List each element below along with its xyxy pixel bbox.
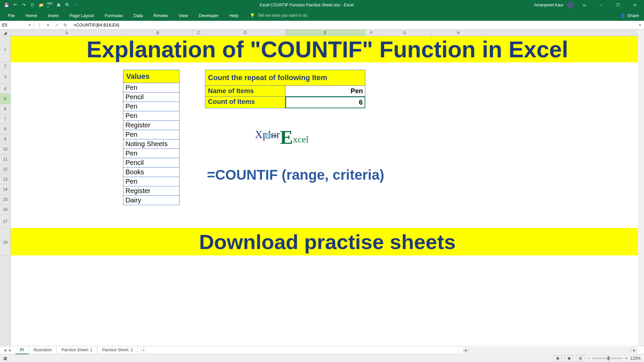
close-icon[interactable]: ✕ (628, 0, 641, 10)
row-header-8[interactable]: 8 (0, 124, 10, 134)
prev-sheet-icon[interactable]: ◀ (3, 348, 7, 352)
count-of-items-label: Count of Items (205, 97, 285, 108)
next-sheet-icon[interactable]: ▶ (8, 348, 13, 352)
quick-print-icon[interactable]: 🖶 (56, 2, 62, 8)
save-icon[interactable]: 💾 (3, 2, 9, 8)
values-table: Values PenPencilPenPenRegisterPenNoting … (123, 70, 179, 205)
vertical-scrollbar[interactable] (638, 29, 644, 346)
row-header-2[interactable]: 2 (0, 62, 10, 70)
enter-icon[interactable]: ✓ (53, 22, 60, 28)
formula-syntax: =COUNTIF (range, criteria) (207, 167, 384, 183)
fx-icon[interactable]: fx (62, 23, 69, 27)
name-box[interactable]: E5 ▼ (0, 21, 34, 29)
download-banner: Download practise sheets (11, 228, 644, 255)
minimize-icon[interactable]: ─ (594, 0, 608, 10)
ribbon: FileHomeInsertPage LayoutFormulasDataRev… (0, 10, 644, 21)
options-icon[interactable]: ⋮ (36, 22, 43, 28)
print-preview-icon[interactable]: 🔍 (64, 2, 70, 8)
status-bar: ▦ ▦ ▣ ▥ − + 110% (0, 354, 644, 362)
tab-page-layout[interactable]: Page Layout (64, 10, 99, 21)
user-avatar[interactable] (567, 1, 574, 9)
chevron-down-icon: ▼ (28, 23, 31, 27)
new-icon[interactable]: 🗋 (30, 2, 36, 8)
row-header-7[interactable]: 7 (0, 114, 10, 124)
tab-formulas[interactable]: Formulas (100, 10, 128, 21)
col-header-B[interactable]: B (123, 29, 193, 36)
sheet-tab-illustration[interactable]: Illustration (29, 346, 57, 354)
col-header-C[interactable]: C (193, 29, 205, 36)
formula-input[interactable]: =COUNTIF(B4:B16,E4) (71, 22, 636, 27)
tab-help[interactable]: Help (224, 10, 244, 21)
sheet-tabs-bar: ◀ ▶ FIIllustrationParctice Sheet- 1Parct… (0, 346, 644, 354)
row-header-10[interactable]: 10 (0, 144, 10, 154)
cells[interactable]: Explanation of "COUNTIF" Function in Exc… (11, 36, 644, 346)
name-of-items-value: Pen (285, 86, 365, 97)
scroll-right-icon[interactable]: ▶ (631, 348, 637, 353)
row-header-18[interactable]: 18 (0, 229, 10, 256)
tab-developer[interactable]: Developer (194, 10, 223, 21)
select-all-cell[interactable]: ◢ (0, 29, 11, 36)
values-cell: Pen (123, 130, 179, 139)
tell-me[interactable]: 💡 Tell me what you want to do (250, 13, 307, 18)
row-header-9[interactable]: 9 (0, 134, 10, 144)
values-cell: Dairy (123, 196, 179, 205)
open-icon[interactable]: 📂 (38, 2, 44, 8)
share-icon: 👤 (620, 13, 626, 18)
horizontal-scrollbar[interactable]: ⋮ ◀ ▶ (456, 348, 637, 353)
row-header-3[interactable]: 3 (0, 70, 10, 84)
row-header-1[interactable]: 1 (0, 36, 10, 62)
row-header-14[interactable]: 14 (0, 184, 10, 194)
row-header-11[interactable]: 11 (0, 154, 10, 164)
sheet-tab-fi[interactable]: FI (15, 346, 29, 354)
col-header-E[interactable]: E (285, 29, 365, 36)
row-header-6[interactable]: 6 (0, 104, 10, 114)
row-header-17[interactable]: 17 (0, 215, 10, 229)
tab-view[interactable]: View (173, 10, 193, 21)
zoom-level[interactable]: 110% (630, 356, 641, 361)
row-header-4[interactable]: 4 (0, 84, 10, 94)
document-title: Excel COUNTIF Function Parctice Sheet.xl… (79, 3, 534, 7)
ribbon-options-icon[interactable]: ▭ (578, 0, 591, 10)
count-header: Count the repeat of following Item (205, 70, 365, 86)
row-header-13[interactable]: 13 (0, 174, 10, 184)
undo-icon[interactable]: ↶ (12, 2, 18, 8)
page-layout-icon[interactable]: ▣ (565, 355, 573, 361)
zoom-slider[interactable] (592, 358, 623, 359)
col-header-A[interactable]: A (11, 29, 123, 36)
spelling-icon[interactable]: ABC✓ (47, 2, 53, 8)
tab-home[interactable]: Home (20, 10, 42, 21)
expand-formula-icon[interactable]: ▼ (636, 23, 644, 27)
zoom-in-icon[interactable]: + (625, 356, 628, 361)
count-of-items-value[interactable]: 6 (285, 97, 365, 108)
ribbon-tabs: FileHomeInsertPage LayoutFormulasDataRev… (0, 10, 243, 21)
zoom-out-icon[interactable]: − (587, 356, 590, 361)
column-headers: ◢ ABCDEFGH (0, 29, 644, 36)
scroll-left-icon[interactable]: ◀ (462, 348, 468, 353)
tab-data[interactable]: Data (128, 10, 148, 21)
col-header-H[interactable]: H (432, 29, 485, 36)
customize-qat-icon[interactable]: ⁼ (73, 2, 79, 8)
col-header-G[interactable]: G (378, 29, 432, 36)
cancel-icon[interactable]: ✕ (44, 22, 52, 28)
row-header-12[interactable]: 12 (0, 164, 10, 174)
tab-review[interactable]: Review (149, 10, 173, 21)
maximize-icon[interactable]: ❐ (611, 0, 625, 10)
row-header-15[interactable]: 15 (0, 194, 10, 204)
sheet-tab-parctice-sheet-2[interactable]: Parctice Sheet- 2 (97, 346, 138, 354)
col-header-D[interactable]: D (205, 29, 285, 36)
title-bar: 💾 ↶ ↷ 🗋 📂 ABC✓ 🖶 🔍 ⁼ Excel COUNTIF Funct… (0, 0, 644, 10)
row-header-16[interactable]: 16 (0, 204, 10, 215)
page-break-icon[interactable]: ▥ (576, 355, 585, 361)
values-cell: Books (123, 168, 179, 177)
normal-view-icon[interactable]: ▦ (553, 355, 562, 361)
redo-icon[interactable]: ↷ (21, 2, 27, 8)
count-table: Count the repeat of following Item Name … (205, 70, 365, 108)
tab-insert[interactable]: Insert (43, 10, 64, 21)
row-header-5[interactable]: 5 (0, 94, 10, 104)
add-sheet-button[interactable]: + (141, 348, 146, 353)
values-cell: Pencil (123, 93, 179, 102)
col-header-F[interactable]: F (365, 29, 378, 36)
sheet-tab-parctice-sheet-1[interactable]: Parctice Sheet- 1 (57, 346, 97, 354)
tab-file[interactable]: File (3, 10, 20, 21)
share-button[interactable]: 👤 Share (615, 13, 644, 18)
